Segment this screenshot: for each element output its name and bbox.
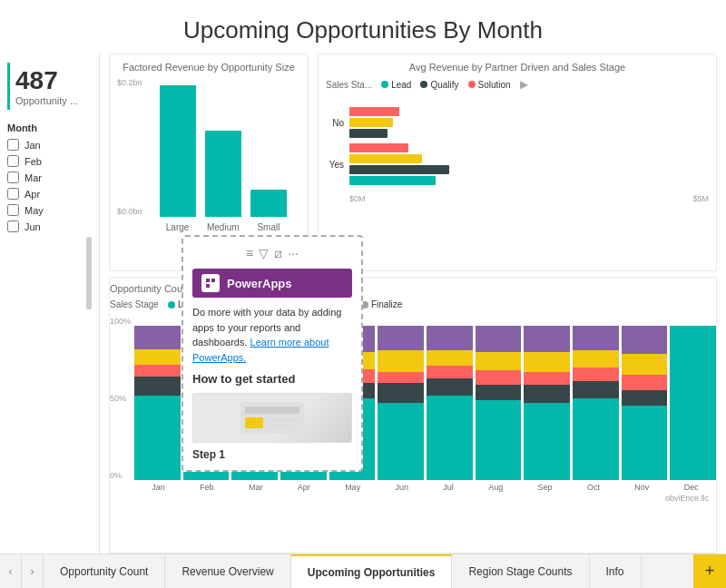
- legend-qualify: Qualify: [420, 80, 458, 90]
- row-no: No: [326, 107, 709, 138]
- seg-Jul-0: [427, 396, 473, 481]
- tab-add-button[interactable]: +: [693, 554, 726, 588]
- stacked-y-labels: 100% 50% 0%: [110, 317, 134, 480]
- legend-dot-solution: [468, 81, 476, 88]
- seg-Sep-3: [524, 352, 570, 372]
- tab-region-stage-counts[interactable]: Region Stage Counts: [452, 554, 589, 588]
- popup-step-image: [192, 393, 352, 443]
- main-container: Upcoming Opportunities By Month 487 Oppo…: [0, 0, 726, 588]
- seg-Jun-2: [378, 372, 424, 383]
- bar-large: [160, 85, 196, 217]
- filter-jan[interactable]: Jan: [7, 139, 92, 151]
- checkbox-feb[interactable]: [7, 155, 19, 167]
- filter-feb[interactable]: Feb: [7, 155, 92, 167]
- factored-chart-title: Factored Revenue by Opportunity Size: [117, 62, 300, 73]
- bar-col-large: Large: [160, 85, 196, 232]
- kpi-box: 487 Opportunity ...: [7, 63, 92, 110]
- stacked-col-nov: [622, 326, 668, 480]
- filter-mar[interactable]: Mar: [7, 172, 92, 183]
- seg-Jun-1: [378, 383, 424, 403]
- page-title: Upcoming Opportunities By Month: [0, 0, 726, 54]
- toolbar-expand-icon[interactable]: ⧄: [274, 246, 282, 261]
- seg-Aug-0: [476, 400, 522, 480]
- toolbar-more-icon[interactable]: ···: [288, 246, 299, 261]
- checkbox-jan[interactable]: [7, 139, 19, 151]
- checkbox-apr[interactable]: [7, 188, 19, 200]
- kpi-label: Opportunity ...: [15, 95, 86, 106]
- legend-arrow[interactable]: ▶: [520, 78, 528, 91]
- popup-step-label: Step 1: [192, 448, 352, 461]
- seg-Aug-1: [476, 385, 522, 400]
- x-axis-horiz: $0M $5M: [326, 194, 709, 203]
- bar-col-medium: Medium: [205, 131, 241, 232]
- svg-rect-7: [268, 425, 290, 428]
- stacked-col-dec: [670, 326, 716, 480]
- stacked-col-jun: [378, 326, 424, 480]
- tab-info[interactable]: Info: [590, 554, 642, 588]
- tab-opportunity-count[interactable]: Opportunity Count: [44, 554, 165, 588]
- seg-Oct-4: [573, 326, 619, 350]
- seg-Aug-2: [476, 370, 522, 384]
- seg-Dec-0: [670, 326, 716, 480]
- seg-Jul-2: [427, 366, 473, 378]
- tab-prev-btn[interactable]: ‹: [0, 554, 22, 588]
- bar-medium: [205, 131, 241, 217]
- horiz-chart: No Yes: [326, 98, 709, 263]
- hbar-yes-2: [349, 154, 422, 163]
- powerapps-icon: [201, 274, 220, 292]
- row-yes: Yes: [326, 143, 709, 185]
- checkbox-jun[interactable]: [7, 220, 19, 232]
- legend-lead: Lead: [381, 80, 411, 90]
- stacked-x-axis: JanFebMarAprMayJunJulAugSepOctNovDec: [134, 483, 716, 492]
- hbar-no-1: [349, 107, 399, 116]
- seg-Nov-4: [622, 326, 668, 354]
- hbar-yes-1: [349, 143, 408, 152]
- checkbox-mar[interactable]: [7, 172, 19, 183]
- svg-rect-4: [245, 407, 299, 414]
- stacked-legend-finalize: Finalize: [361, 299, 402, 309]
- seg-Jan-2: [134, 365, 181, 377]
- seg-Sep-2: [524, 372, 570, 385]
- stacked-col-jul: [427, 326, 473, 480]
- hbar-no-2: [349, 118, 393, 127]
- scrollbar[interactable]: [86, 237, 92, 309]
- tab-upcoming-opportunities[interactable]: Upcoming Opportunities: [291, 554, 453, 588]
- svg-rect-0: [206, 279, 210, 282]
- popup-toolbar: ≡ ▽ ⧄ ···: [192, 246, 352, 261]
- seg-Nov-2: [622, 375, 668, 390]
- seg-Sep-1: [524, 385, 570, 403]
- filter-jun[interactable]: Jun: [7, 220, 92, 232]
- filter-apr[interactable]: Apr: [7, 188, 92, 200]
- tab-bar: ‹ › Opportunity Count Revenue Overview U…: [0, 554, 726, 588]
- learn-more-link[interactable]: Learn more about PowerApps.: [192, 337, 329, 363]
- horiz-bar-group: No Yes: [326, 98, 709, 194]
- svg-rect-1: [211, 279, 215, 282]
- powerapps-label: PowerApps: [227, 277, 292, 290]
- branding: obviEnce llc: [110, 492, 716, 503]
- bar-small: [250, 190, 287, 217]
- factored-y-labels: $0.2bn $0.0bn: [117, 78, 146, 232]
- kpi-number: 487: [15, 66, 86, 95]
- seg-Nov-1: [622, 390, 668, 406]
- sidebar: 487 Opportunity ... Month Jan Feb Mar Ap…: [0, 54, 100, 554]
- tab-revenue-overview[interactable]: Revenue Overview: [165, 554, 290, 588]
- toolbar-filter-icon[interactable]: ▽: [259, 246, 269, 261]
- popup-body-text: Do more with your data by adding apps to…: [192, 305, 352, 365]
- seg-Jun-4: [378, 326, 424, 350]
- checkbox-may[interactable]: [7, 204, 19, 216]
- avg-chart-title: Avg Revenue by Partner Driven and Sales …: [326, 62, 709, 73]
- tab-next-btn[interactable]: ›: [22, 554, 44, 588]
- seg-Jun-3: [378, 350, 424, 372]
- stacked-col-aug: [476, 326, 522, 480]
- seg-Aug-4: [476, 326, 522, 352]
- stacked-col-oct: [573, 326, 619, 480]
- svg-rect-5: [245, 417, 263, 428]
- toolbar-menu-icon[interactable]: ≡: [246, 246, 253, 261]
- bar-group: Large Medium Small: [146, 87, 300, 232]
- filter-may[interactable]: May: [7, 204, 92, 216]
- horiz-bars-no: [349, 107, 709, 138]
- seg-Sep-0: [524, 403, 570, 480]
- filter-section: Month Jan Feb Mar Apr May Jun: [7, 122, 92, 309]
- seg-Aug-3: [476, 352, 522, 370]
- hbar-no-3: [349, 129, 388, 138]
